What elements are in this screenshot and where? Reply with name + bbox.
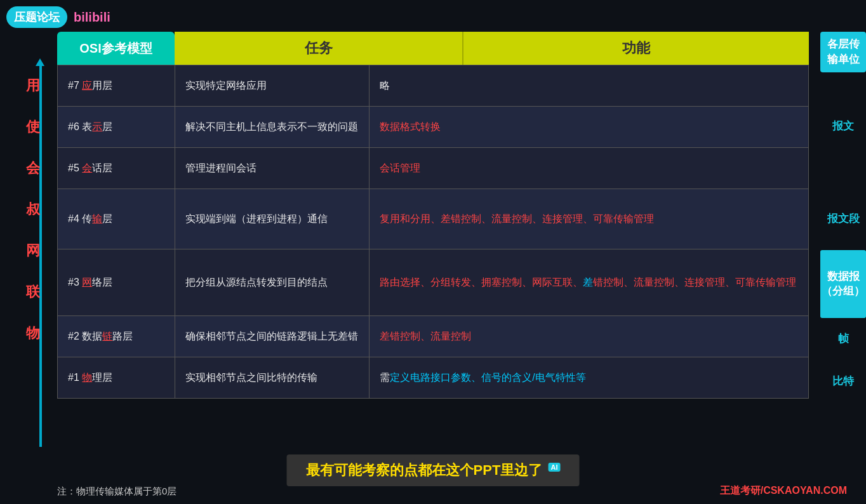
left-char: 网 bbox=[24, 230, 42, 271]
header-func: 功能 bbox=[462, 32, 809, 65]
left-char: 物 bbox=[24, 312, 42, 354]
left-chars: 用使会叔网联物 bbox=[24, 65, 42, 354]
func-cell: 需定义电路接口参数、信号的含义/电气特性等 bbox=[370, 357, 809, 399]
unit-label: 帧 bbox=[820, 318, 866, 361]
table-row: #2 数据链路层确保相邻节点之间的链路逻辑上无差错差错控制、流量控制 bbox=[58, 316, 809, 357]
table-wrapper: OSI参考模型 任务 功能 #7 应用层实现特定网络应用略#6 表示层解决不同主… bbox=[57, 32, 809, 399]
left-char: 叔 bbox=[24, 189, 42, 230]
task-cell: 解决不同主机上信息表示不一致的问题 bbox=[175, 107, 370, 148]
layer-cell: #6 表示层 bbox=[58, 107, 175, 148]
header-task: 任务 bbox=[175, 32, 462, 65]
task-cell: 实现端到端（进程到进程）通信 bbox=[175, 189, 370, 249]
osi-table: #7 应用层实现特定网络应用略#6 表示层解决不同主机上信息表示不一致的问题数据… bbox=[57, 65, 809, 399]
table-row: #1 物理层实现相邻节点之间比特的传输需定义电路接口参数、信号的含义/电气特性等 bbox=[58, 357, 809, 399]
task-cell: 实现相邻节点之间比特的传输 bbox=[175, 357, 370, 399]
func-cell: 路由选择、分组转发、拥塞控制、网际互联、差错控制、流量控制、连接管理、可靠传输管… bbox=[370, 249, 809, 316]
table-header: OSI参考模型 任务 功能 bbox=[57, 32, 809, 65]
table-row: #3 网络层把分组从源结点转发到目的结点路由选择、分组转发、拥塞控制、网际互联、… bbox=[58, 249, 809, 316]
left-char: 联 bbox=[24, 271, 42, 312]
func-cell: 会话管理 bbox=[370, 148, 809, 189]
right-units: 报文报文段数据报 （分组）帧比特 bbox=[820, 65, 866, 403]
bili-logo: bilibili bbox=[74, 10, 110, 25]
task-cell: 把分组从源结点转发到目的结点 bbox=[175, 249, 370, 316]
func-cell: 略 bbox=[370, 65, 809, 107]
table-row: #4 传输层实现端到端（进程到进程）通信复用和分用、差错控制、流量控制、连接管理… bbox=[58, 189, 809, 249]
table-row: #7 应用层实现特定网络应用略 bbox=[58, 65, 809, 107]
unit-label: 比特 bbox=[820, 361, 866, 403]
left-char: 使 bbox=[24, 106, 42, 147]
ai-badge: AI bbox=[548, 463, 560, 472]
left-char: 会 bbox=[24, 147, 42, 189]
func-cell: 差错控制、流量控制 bbox=[370, 316, 809, 357]
layer-cell: #3 网络层 bbox=[58, 249, 175, 316]
bottom-banner: 最有可能考察的点都在这个PPT里边了 AI bbox=[287, 454, 580, 486]
table-row: #6 表示层解决不同主机上信息表示不一致的问题数据格式转换 bbox=[58, 107, 809, 148]
bottom-right-text: 王道考研/CSKAOYAN.COM bbox=[720, 484, 847, 498]
wangdao-logo: 压题论坛 bbox=[6, 6, 67, 28]
header-osi: OSI参考模型 bbox=[57, 32, 175, 65]
unit-label: 数据报 （分组） bbox=[820, 250, 866, 318]
layer-cell: #7 应用层 bbox=[58, 65, 175, 107]
layer-cell: #4 传输层 bbox=[58, 189, 175, 249]
task-cell: 管理进程间会话 bbox=[175, 148, 370, 189]
layer-cell: #1 物理层 bbox=[58, 357, 175, 399]
func-cell: 数据格式转换 bbox=[370, 107, 809, 148]
top-logos: 压题论坛 bilibili bbox=[6, 6, 110, 28]
layer-cell: #2 数据链路层 bbox=[58, 316, 175, 357]
unit-label: 报文段 bbox=[820, 189, 866, 250]
func-cell: 复用和分用、差错控制、流量控制、连接管理、可靠传输管理 bbox=[370, 189, 809, 249]
bottom-note: 注：物理传输媒体属于第0层 bbox=[57, 486, 177, 498]
task-cell: 确保相邻节点之间的链路逻辑上无差错 bbox=[175, 316, 370, 357]
table-row: #5 会话层管理进程间会话会话管理 bbox=[58, 148, 809, 189]
task-cell: 实现特定网络应用 bbox=[175, 65, 370, 107]
left-char: 用 bbox=[24, 65, 42, 106]
unit-label: 报文 bbox=[820, 65, 866, 189]
layer-cell: #5 会话层 bbox=[58, 148, 175, 189]
